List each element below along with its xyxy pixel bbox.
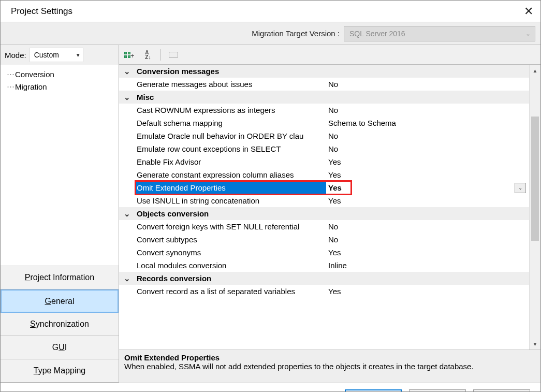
mode-toolbar-row: Mode: Custom ▼ + AZ↓ (1, 45, 540, 65)
property-row[interactable]: Emulate row count exceptions in SELECTNo (119, 142, 540, 155)
dropdown-button[interactable]: ⌄ (515, 183, 526, 193)
property-name: Generate constant expression column alia… (135, 170, 326, 179)
migration-target-bar: Migration Target Version : SQL Server 20… (1, 22, 540, 45)
property-name: Convert subtypes (135, 235, 326, 244)
property-value: No (326, 144, 540, 153)
property-value: Inline (326, 261, 540, 270)
close-icon[interactable]: ✕ (524, 5, 533, 18)
description-body: When enabled, SSMA will not add extended… (124, 362, 535, 371)
category-name: Objects conversion (135, 209, 540, 218)
property-value: No (326, 222, 540, 231)
property-value: Yes (326, 287, 540, 296)
property-row[interactable]: Default schema mappingSchema to Schema (119, 117, 540, 129)
mode-pane: Mode: Custom ▼ (1, 45, 119, 65)
property-row[interactable]: Convert subtypesNo (119, 233, 540, 246)
titlebar: Project Settings ✕ (1, 1, 540, 22)
property-row[interactable]: Cast ROWNUM expressions as integersNo (119, 104, 540, 117)
scroll-down-icon[interactable]: ▼ (530, 338, 540, 350)
migration-target-combo[interactable]: SQL Server 2016 ⌄ (344, 26, 535, 41)
property-row[interactable]: Convert record as a list of separated va… (119, 285, 540, 298)
toolbar-separator (160, 49, 161, 61)
property-value: Yes (326, 170, 540, 179)
property-name: Generate messages about issues (135, 80, 326, 89)
chevron-down-icon: ⌄ (525, 30, 531, 37)
chevron-down-icon: ▼ (76, 52, 81, 58)
property-row[interactable]: Convert foreign keys with SET NULL refer… (119, 220, 540, 233)
expand-collapse-icon[interactable]: ⌄ (119, 274, 135, 283)
property-row[interactable]: Generate constant expression column alia… (119, 168, 540, 181)
tree-connector-icon: ⋯ (7, 69, 14, 79)
property-name: Enable Fix Advisor (135, 157, 326, 166)
property-category[interactable]: ⌄Conversion messages (119, 65, 540, 78)
property-category[interactable]: ⌄Objects conversion (119, 207, 540, 220)
sort-az-button[interactable]: AZ↓ (141, 48, 155, 62)
categorize-button[interactable]: + (123, 48, 138, 62)
migration-target-value: SQL Server 2016 (349, 30, 405, 38)
mode-label: Mode: (5, 51, 26, 60)
property-name: Convert record as a list of separated va… (135, 287, 326, 296)
description-title: Omit Extended Properties (124, 353, 535, 362)
property-row[interactable]: Emulate Oracle null behavior in ORDER BY… (119, 129, 540, 142)
nav-list: Project Information General Synchronizat… (1, 266, 119, 383)
property-name: Local modules conversion (135, 261, 326, 270)
mode-combo[interactable]: Custom ▼ (30, 48, 83, 62)
property-row[interactable]: Local modules conversionInline (119, 259, 540, 272)
category-name: Conversion messages (135, 67, 540, 76)
property-row[interactable]: Convert synonymsYes (119, 246, 540, 259)
property-category[interactable]: ⌄Misc (119, 91, 540, 104)
property-category[interactable]: ⌄Records conversion (119, 272, 540, 285)
property-value: No (326, 132, 540, 140)
nav-synchronization[interactable]: Synchronization (1, 313, 119, 336)
property-value: Schema to Schema (326, 119, 540, 127)
mode-value: Custom (34, 51, 59, 59)
apply-button[interactable]: Apply (409, 389, 466, 392)
tree-connector-icon: ⋯ (7, 82, 14, 91)
nav-project-information[interactable]: Project Information (1, 266, 119, 289)
property-value: Yes (326, 183, 515, 192)
property-row[interactable]: Use ISNULL in string concatenationYes (119, 194, 540, 207)
property-name: Default schema mapping (135, 119, 326, 127)
right-column: ⌄Conversion messagesGenerate messages ab… (119, 65, 540, 383)
property-value: No (326, 80, 540, 89)
nav-general[interactable]: General (1, 289, 119, 313)
property-value: Yes (326, 157, 540, 166)
property-name: Omit Extended Properties (135, 183, 326, 192)
vertical-scrollbar[interactable]: ▲ ▼ (529, 65, 540, 350)
property-name: Use ISNULL in string concatenation (135, 196, 326, 205)
nav-gui[interactable]: GUI (1, 336, 119, 359)
property-name: Convert synonyms (135, 248, 326, 257)
property-name: Cast ROWNUM expressions as integers (135, 106, 326, 114)
property-row[interactable]: Generate messages about issuesNo (119, 78, 540, 91)
property-name: Convert foreign keys with SET NULL refer… (135, 222, 326, 231)
property-name: Emulate Oracle null behavior in ORDER BY… (135, 132, 326, 140)
ok-button[interactable]: OK (345, 389, 402, 392)
button-bar: OK Apply Cancel (1, 383, 540, 392)
property-value: Yes (326, 196, 540, 205)
cancel-button[interactable]: Cancel (473, 389, 530, 392)
property-grid[interactable]: ⌄Conversion messagesGenerate messages ab… (119, 65, 540, 350)
property-toolbar: + AZ↓ (119, 45, 540, 65)
property-value: No (326, 235, 540, 244)
property-pages-button[interactable] (166, 48, 181, 62)
expand-collapse-icon[interactable]: ⌄ (119, 93, 135, 102)
property-value: Yes (326, 248, 540, 257)
main-content: ⋯ Conversion ⋯ Migration Project Informa… (1, 65, 540, 383)
left-column: ⋯ Conversion ⋯ Migration Project Informa… (1, 65, 119, 383)
category-name: Records conversion (135, 274, 540, 283)
expand-collapse-icon[interactable]: ⌄ (119, 67, 135, 76)
category-tree[interactable]: ⋯ Conversion ⋯ Migration (1, 65, 119, 266)
property-value: No (326, 106, 540, 114)
scroll-thumb[interactable] (531, 117, 539, 241)
property-name: Emulate row count exceptions in SELECT (135, 144, 326, 153)
tree-node-migration[interactable]: ⋯ Migration (7, 80, 112, 93)
category-name: Misc (135, 93, 540, 101)
property-row[interactable]: Omit Extended PropertiesYes⌄ (119, 181, 540, 194)
description-pane: Omit Extended Properties When enabled, S… (119, 350, 540, 383)
property-row[interactable]: Enable Fix AdvisorYes (119, 155, 540, 168)
nav-type-mapping[interactable]: Type Mapping (1, 359, 119, 383)
window-title: Project Settings (11, 6, 72, 17)
tree-node-conversion[interactable]: ⋯ Conversion (7, 68, 112, 80)
migration-target-label: Migration Target Version : (252, 29, 340, 38)
expand-collapse-icon[interactable]: ⌄ (119, 209, 135, 219)
scroll-up-icon[interactable]: ▲ (530, 65, 540, 76)
